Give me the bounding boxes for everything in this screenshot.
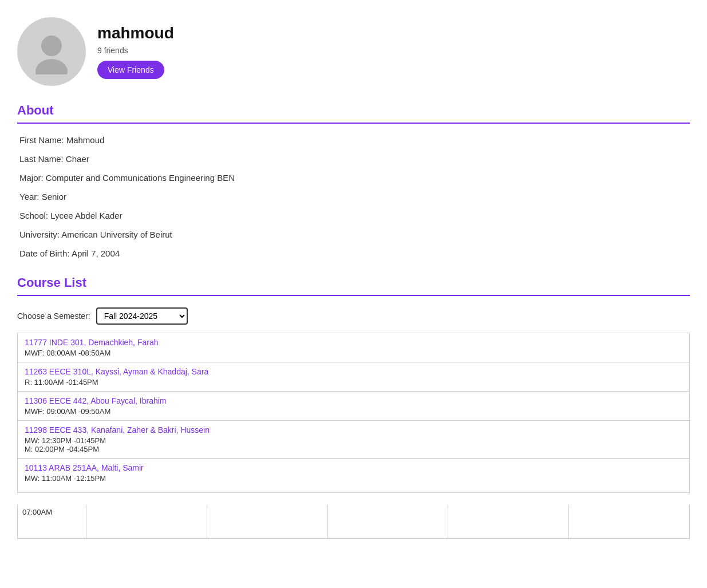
course-name[interactable]: 10113 ARAB 251AA, Malti, Samir	[25, 463, 682, 472]
calendar-bottom-row: 07:00AM	[17, 504, 690, 539]
course-time: R: 11:00AM -01:45PM	[25, 378, 682, 386]
svg-point-0	[41, 35, 62, 56]
about-section-title: About	[17, 103, 690, 118]
about-school: School: Lycee Abdel Kader	[19, 211, 688, 220]
avatar	[17, 17, 86, 86]
list-item: 11306 EECE 442, Abou Faycal, Ibrahim MWF…	[18, 392, 689, 421]
profile-friends-count: 9 friends	[97, 46, 174, 55]
view-friends-button[interactable]: View Friends	[97, 61, 164, 79]
about-major: Major: Computer and Communications Engin…	[19, 173, 688, 183]
calendar-day-col-4	[448, 504, 569, 538]
avatar-icon	[29, 29, 74, 74]
list-item: 11263 EECE 310L, Kayssi, Ayman & Khaddaj…	[18, 362, 689, 392]
course-list-section: Course List Choose a Semester: Fall 2024…	[17, 275, 690, 493]
course-name[interactable]: 11306 EECE 442, Abou Faycal, Ibrahim	[25, 396, 682, 405]
course-list-divider	[17, 295, 690, 296]
semester-select[interactable]: Fall 2024-2025 Spring 2024-2025 Summer 2…	[96, 307, 188, 325]
calendar-day-col-2	[207, 504, 328, 538]
semester-label: Choose a Semester:	[17, 311, 90, 321]
course-time-extra: M: 02:00PM -04:45PM	[25, 445, 682, 453]
about-last-name: Last Name: Chaer	[19, 154, 688, 164]
profile-username: mahmoud	[97, 24, 174, 42]
course-name[interactable]: 11263 EECE 310L, Kayssi, Ayman & Khaddaj…	[25, 367, 682, 376]
profile-info: mahmoud 9 friends View Friends	[97, 24, 174, 79]
calendar-day-col-5	[569, 504, 689, 538]
profile-header: mahmoud 9 friends View Friends	[17, 17, 690, 86]
list-item: 11777 INDE 301, Demachkieh, Farah MWF: 0…	[18, 333, 689, 362]
about-fields: First Name: Mahmoud Last Name: Chaer Maj…	[17, 135, 690, 258]
course-name[interactable]: 11298 EECE 433, Kanafani, Zaher & Bakri,…	[25, 425, 682, 435]
about-university: University: American University of Beiru…	[19, 230, 688, 239]
calendar-day-col-3	[328, 504, 449, 538]
about-dob: Date of Birth: April 7, 2004	[19, 248, 688, 258]
calendar-day-col-1	[86, 504, 207, 538]
list-item: 11298 EECE 433, Kanafani, Zaher & Bakri,…	[18, 421, 689, 459]
svg-point-1	[35, 59, 68, 74]
calendar-time-label: 07:00AM	[18, 504, 86, 538]
course-time: MW: 12:30PM -01:45PM	[25, 436, 682, 445]
semester-selector: Choose a Semester: Fall 2024-2025 Spring…	[17, 307, 690, 325]
about-first-name: First Name: Mahmoud	[19, 135, 688, 145]
course-list-box[interactable]: 11777 INDE 301, Demachkieh, Farah MWF: 0…	[17, 333, 690, 493]
course-time: MWF: 09:00AM -09:50AM	[25, 407, 682, 416]
course-name[interactable]: 11777 INDE 301, Demachkieh, Farah	[25, 338, 682, 347]
course-time: MWF: 08:00AM -08:50AM	[25, 349, 682, 357]
list-item: 10113 ARAB 251AA, Malti, Samir MW: 11:00…	[18, 459, 689, 487]
about-year: Year: Senior	[19, 192, 688, 202]
course-list-section-title: Course List	[17, 275, 690, 290]
course-time: MW: 11:00AM -12:15PM	[25, 474, 682, 483]
about-divider	[17, 123, 690, 124]
about-section: About First Name: Mahmoud Last Name: Cha…	[17, 103, 690, 258]
